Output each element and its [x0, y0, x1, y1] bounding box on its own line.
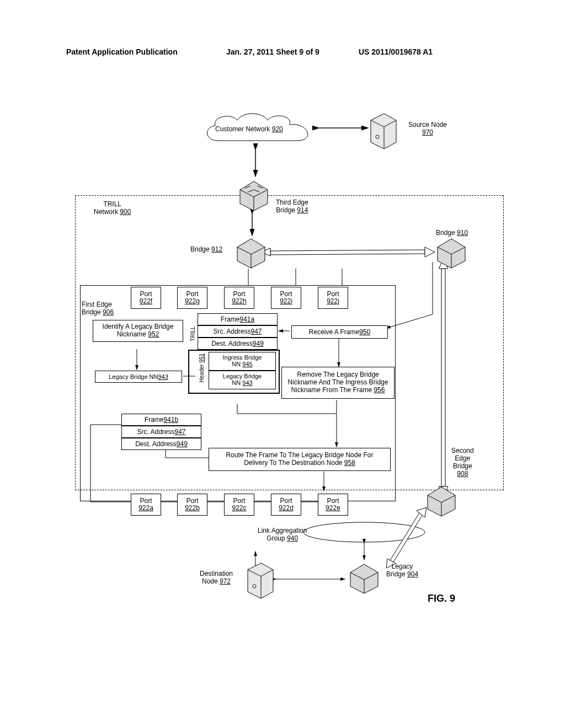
frame-941b-src: Src. Address 947	[121, 426, 201, 438]
frame-941a-title: Frame 941a	[198, 313, 278, 325]
second-edge-label: Second Edge Bridge 908	[451, 447, 474, 478]
frame-941b-title: Frame 941b	[121, 414, 201, 426]
identify-legacy-box: Identify A Legacy Bridge Nickname 952	[93, 320, 183, 342]
port-922b: Port922b	[177, 494, 207, 516]
trill-side-label-a: TRILL	[190, 314, 196, 353]
port-922d: Port922d	[271, 494, 301, 516]
trill-label: TRILL Network 900	[94, 200, 131, 216]
bridge-910-label: Bridge 910	[436, 229, 468, 237]
bridge-icon	[237, 179, 270, 212]
ingress-bridge-nn: Ingress Bridge NN 945	[209, 352, 276, 371]
port-922a: Port922a	[131, 494, 161, 516]
trill-side-label-b: Header 951	[199, 349, 205, 387]
legacy-bridge-nn-box: Legacy Bridge NN 943	[95, 371, 182, 383]
header-mid: Jan. 27, 2011 Sheet 9 of 9	[226, 47, 319, 56]
destination-node-label: Destination Node 972	[200, 570, 233, 585]
svg-point-33	[376, 135, 379, 138]
svg-point-50	[253, 585, 256, 588]
port-922e: Port922e	[318, 494, 348, 516]
bridge-icon	[435, 236, 468, 269]
source-node-label: Source Node 970	[408, 121, 447, 136]
cloud-label: Customer Network 920	[215, 125, 283, 133]
server-icon	[369, 110, 399, 149]
receive-frame-box: Receive A Frame 950	[291, 325, 388, 339]
port-922c: Port922c	[224, 494, 254, 516]
legacy-bridge-nn-inner: Legacy Bridge NN 943	[209, 371, 276, 389]
svg-point-23	[303, 522, 425, 542]
server-icon	[246, 560, 276, 598]
header-left: Patent Application Publication	[66, 47, 178, 56]
svg-marker-48	[248, 563, 273, 598]
frame-941a-src: Src. Address 947	[198, 325, 278, 338]
figure-label: FIG. 9	[428, 593, 455, 604]
bridge-icon	[234, 236, 268, 269]
remove-nickname-box: Remove The Legacy Bridge Nickname And Th…	[281, 367, 395, 399]
third-edge-label: Third Edge Bridge 914	[276, 199, 308, 214]
frame-941b-dst: Dest. Address 949	[121, 438, 201, 450]
bridge-icon	[425, 484, 458, 517]
legacy-bridge-label: Legacy Bridge 904	[386, 563, 418, 578]
bridge-icon	[348, 561, 381, 595]
lag-label: Link Aggregation Group 940	[258, 527, 307, 542]
header-right: US 2011/0019678 A1	[359, 47, 433, 56]
route-frame-box: Route The Frame To The Legacy Bridge Nod…	[209, 448, 391, 471]
frame-941a-dst: Dest. Address 949	[198, 338, 278, 350]
svg-marker-31	[371, 114, 396, 149]
bridge-912-label: Bridge 912	[190, 245, 222, 253]
